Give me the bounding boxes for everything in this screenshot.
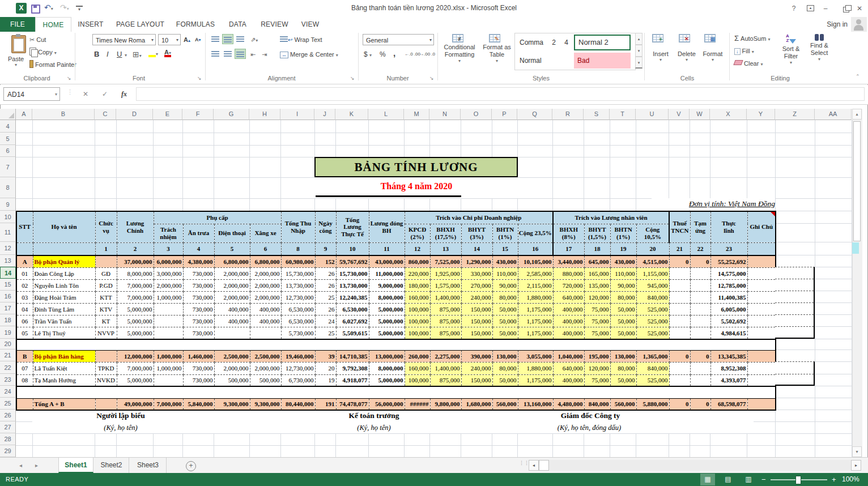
cell[interactable] — [669, 327, 690, 339]
cell[interactable]: 730,000 — [183, 362, 214, 374]
column-number[interactable]: 11 — [369, 242, 405, 255]
cancel-icon[interactable]: ✕ — [78, 87, 93, 101]
cell[interactable]: 730,000 — [183, 279, 214, 291]
cell[interactable]: 5,000,000 — [117, 303, 154, 315]
cell[interactable]: 80,000 — [492, 362, 518, 374]
copy-button[interactable]: Copy ▾ — [29, 46, 57, 58]
column-header-X[interactable]: X — [710, 109, 747, 120]
cell[interactable]: 8,000,000 — [369, 362, 405, 374]
cell[interactable]: 260,000 — [405, 350, 430, 362]
zoom-in-icon[interactable]: + — [832, 473, 836, 486]
column-number[interactable]: 21 — [669, 242, 690, 255]
cell[interactable]: B — [16, 350, 33, 362]
cell[interactable] — [669, 362, 690, 374]
cell[interactable]: 120,000 — [584, 362, 610, 374]
cell[interactable]: 730,000 — [183, 291, 214, 303]
row-header-22[interactable]: 22 — [0, 361, 16, 374]
cell[interactable]: 1,000,000 — [154, 291, 183, 303]
cell[interactable]: 840,000 — [584, 398, 610, 410]
underline-dropdown-icon[interactable]: ▾ — [125, 49, 127, 60]
cell[interactable]: 400,000 — [553, 327, 584, 339]
cell[interactable]: 7,525,000 — [430, 255, 461, 267]
cell[interactable]: TPKD — [95, 362, 117, 374]
sheet-tab-sheet2[interactable]: Sheet2 — [94, 458, 129, 473]
cell[interactable]: 80,000 — [492, 291, 518, 303]
column-number[interactable]: 2 — [117, 242, 154, 255]
cell[interactable]: 9,300,000 — [250, 398, 281, 410]
header-note[interactable]: Ghi Chú — [747, 211, 776, 242]
avatar[interactable] — [851, 17, 867, 32]
align-left-icon[interactable] — [210, 49, 221, 59]
cell[interactable] — [95, 255, 117, 267]
number-dialog-launcher-icon[interactable]: ↘ — [429, 75, 434, 81]
cell[interactable]: 5,000,000 — [117, 315, 154, 327]
row-header-21[interactable]: 21 — [0, 349, 16, 361]
cell[interactable] — [669, 374, 690, 386]
column-number[interactable]: 12 — [405, 242, 430, 255]
cell[interactable]: 80,000 — [610, 291, 636, 303]
cell[interactable]: 2,585,000 — [518, 267, 553, 279]
tab-data[interactable]: DATA — [220, 17, 255, 32]
cell[interactable]: 4,393,077 — [710, 374, 747, 386]
cell[interactable]: 12,000,000 — [117, 350, 154, 362]
cell[interactable]: 5,502,692 — [710, 315, 747, 327]
cell[interactable]: 19 — [315, 374, 336, 386]
empty-cell[interactable] — [16, 386, 776, 398]
header-bhyt15[interactable]: BHYT (1,5%) — [584, 224, 610, 242]
cell[interactable]: 110,000 — [610, 267, 636, 279]
cell[interactable] — [747, 279, 776, 291]
cell[interactable]: 5,000,000 — [117, 374, 154, 386]
cell[interactable]: 15,730,000 — [281, 267, 315, 279]
column-header-B[interactable]: B — [32, 109, 95, 120]
tab-insert[interactable]: INSERT — [71, 17, 110, 32]
cell[interactable]: 160,000 — [405, 291, 430, 303]
tab-view[interactable]: VIEW — [294, 17, 326, 32]
cell[interactable]: 110,000 — [492, 267, 518, 279]
header-kpcd[interactable]: KPCĐ (2%) — [405, 224, 430, 242]
format-painter-button[interactable]: Format Painter — [29, 59, 76, 70]
row-header-8[interactable]: 8 — [0, 177, 16, 198]
empty-cell[interactable] — [16, 339, 776, 350]
cell[interactable]: 6,800,000 — [250, 255, 281, 267]
cell[interactable]: Tổng A + B — [33, 398, 95, 410]
insert-cells-button[interactable]: ＋ Insert ▾ — [648, 33, 673, 62]
cell[interactable]: 8,000,000 — [117, 267, 154, 279]
row-header-20[interactable]: 20 — [0, 339, 16, 349]
cell[interactable]: 37,000,000 — [117, 255, 154, 267]
tab-file[interactable]: FILE — [0, 17, 35, 32]
cell[interactable]: 0 — [669, 350, 690, 362]
cell[interactable]: 5,730,000 — [281, 327, 315, 339]
cell[interactable]: 9,792,308 — [336, 362, 369, 374]
cell[interactable]: 1,000,000 — [154, 350, 183, 362]
cell[interactable] — [690, 374, 710, 386]
row-header-15[interactable]: 15 — [0, 279, 16, 291]
horizontal-scroll-thumb[interactable] — [539, 460, 549, 471]
cell[interactable]: 07 — [16, 362, 33, 374]
cell[interactable]: 13,160,000 — [518, 398, 553, 410]
cell[interactable]: 500,000 — [214, 374, 250, 386]
cell[interactable] — [690, 362, 710, 374]
cell[interactable] — [669, 291, 690, 303]
cell[interactable]: 56,000,000 — [369, 398, 405, 410]
zoom-slider-thumb[interactable] — [795, 476, 801, 484]
cell[interactable]: Tạ Mạnh Hưởng — [33, 374, 95, 386]
paste-button[interactable]: Paste ▾ — [5, 33, 27, 67]
middle-align-icon[interactable] — [222, 34, 233, 44]
row-header-12[interactable]: 12 — [0, 242, 16, 255]
cell[interactable]: 2,115,000 — [518, 279, 553, 291]
cell[interactable] — [747, 267, 776, 279]
header-stt[interactable]: STT — [16, 211, 33, 242]
enter-icon[interactable]: ✓ — [97, 87, 112, 101]
name-box[interactable]: AD14▾ — [3, 87, 60, 101]
row-header-29[interactable]: 29 — [0, 445, 16, 457]
cell[interactable]: 25 — [315, 327, 336, 339]
cell[interactable]: 645,000 — [584, 255, 610, 267]
cell[interactable]: 4,515,000 — [636, 255, 669, 267]
cell[interactable]: 730,000 — [183, 303, 214, 315]
cell[interactable] — [16, 398, 33, 410]
shrink-font-icon[interactable]: A▾ — [195, 34, 201, 45]
redo-icon[interactable]: ↷▾ — [60, 3, 69, 12]
cell[interactable] — [250, 327, 281, 339]
header-phone[interactable]: Điện thoại — [214, 224, 250, 242]
cell[interactable]: 2,000,000 — [250, 291, 281, 303]
